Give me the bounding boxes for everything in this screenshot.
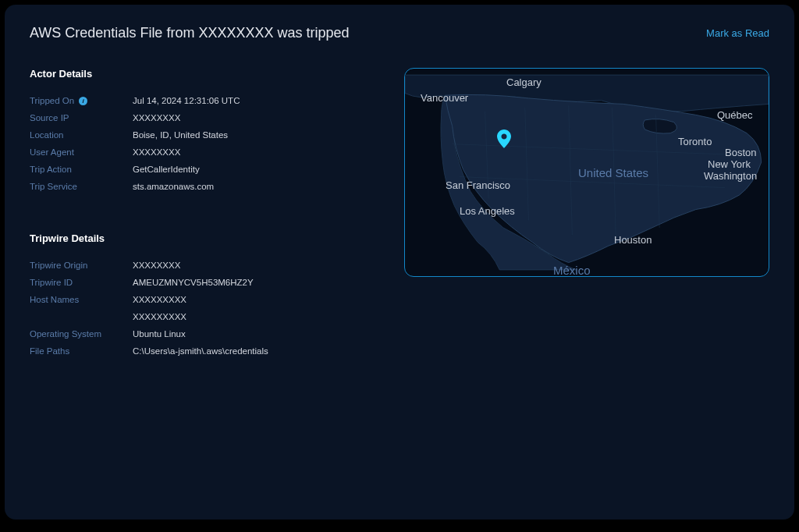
tripwire-id-label: Tripwire ID bbox=[30, 278, 133, 287]
location-label: Location bbox=[30, 130, 133, 140]
map-svg bbox=[405, 69, 769, 276]
host-names-value-1: XXXXXXXXX bbox=[133, 295, 186, 304]
trip-service-value: sts.amazonaws.com bbox=[133, 182, 214, 191]
tripwire-row-os: Operating System Ubuntu Linux bbox=[30, 325, 373, 342]
tripwire-id-value: AMEUZMNYCV5H53M6HZ2Y bbox=[133, 278, 254, 287]
trip-action-label: Trip Action bbox=[30, 165, 133, 174]
tripwire-origin-value: XXXXXXXX bbox=[133, 261, 180, 270]
host-names-label: Host Names bbox=[30, 295, 133, 304]
tripwire-row-hostnames-2: XXXXXXXXX bbox=[30, 308, 373, 325]
trip-action-value: GetCallerIdentity bbox=[133, 165, 200, 174]
tripwire-row-file-paths: File Paths C:\Users\a-jsmith\.aws\creden… bbox=[30, 342, 373, 360]
source-ip-label: Source IP bbox=[30, 113, 133, 122]
content: Actor Details Tripped On i Jul 14, 2024 … bbox=[30, 68, 769, 360]
actor-row-tripped-on: Tripped On i Jul 14, 2024 12:31:06 UTC bbox=[30, 92, 373, 109]
header: AWS Credentials File from XXXXXXXX was t… bbox=[30, 25, 769, 41]
actor-section-title: Actor Details bbox=[30, 68, 373, 80]
tripwire-section-title: Tripwire Details bbox=[30, 232, 373, 244]
tripwire-row-hostnames-1: Host Names XXXXXXXXX bbox=[30, 291, 373, 308]
info-icon[interactable]: i bbox=[79, 97, 87, 105]
file-paths-value: C:\Users\a-jsmith\.aws\credentials bbox=[133, 346, 268, 356]
tripped-on-value: Jul 14, 2024 12:31:06 UTC bbox=[133, 96, 240, 105]
tripwire-row-id: Tripwire ID AMEUZMNYCV5H53M6HZ2Y bbox=[30, 274, 373, 291]
file-paths-label: File Paths bbox=[30, 346, 133, 356]
source-ip-value: XXXXXXXX bbox=[133, 113, 180, 122]
tripwire-origin-label: Tripwire Origin bbox=[30, 261, 133, 270]
trip-service-label: Trip Service bbox=[30, 182, 133, 191]
tripped-on-label: Tripped On i bbox=[30, 96, 133, 105]
actor-row-trip-action: Trip Action GetCallerIdentity bbox=[30, 161, 373, 178]
os-label: Operating System bbox=[30, 329, 133, 339]
tripwire-row-origin: Tripwire Origin XXXXXXXX bbox=[30, 257, 373, 274]
actor-details-table: Tripped On i Jul 14, 2024 12:31:06 UTC S… bbox=[30, 92, 373, 195]
alert-panel: AWS Credentials File from XXXXXXXX was t… bbox=[5, 5, 794, 520]
actor-row-user-agent: User Agent XXXXXXXX bbox=[30, 144, 373, 161]
actor-row-location: Location Boise, ID, United States bbox=[30, 126, 373, 144]
mark-as-read-link[interactable]: Mark as Read bbox=[706, 27, 769, 39]
page-title: AWS Credentials File from XXXXXXXX was t… bbox=[30, 25, 349, 41]
location-value: Boise, ID, United States bbox=[133, 130, 228, 140]
details-column: Actor Details Tripped On i Jul 14, 2024 … bbox=[30, 68, 373, 360]
os-value: Ubuntu Linux bbox=[133, 329, 186, 339]
actor-row-trip-service: Trip Service sts.amazonaws.com bbox=[30, 178, 373, 195]
location-map[interactable]: Calgary Vancouver Québec Toronto Boston … bbox=[404, 68, 769, 277]
actor-row-source-ip: Source IP XXXXXXXX bbox=[30, 109, 373, 126]
user-agent-value: XXXXXXXX bbox=[133, 147, 180, 157]
tripwire-details-table: Tripwire Origin XXXXXXXX Tripwire ID AME… bbox=[30, 257, 373, 360]
map-pin-icon bbox=[497, 129, 511, 151]
user-agent-label: User Agent bbox=[30, 147, 133, 157]
host-names-value-2: XXXXXXXXX bbox=[133, 312, 186, 321]
